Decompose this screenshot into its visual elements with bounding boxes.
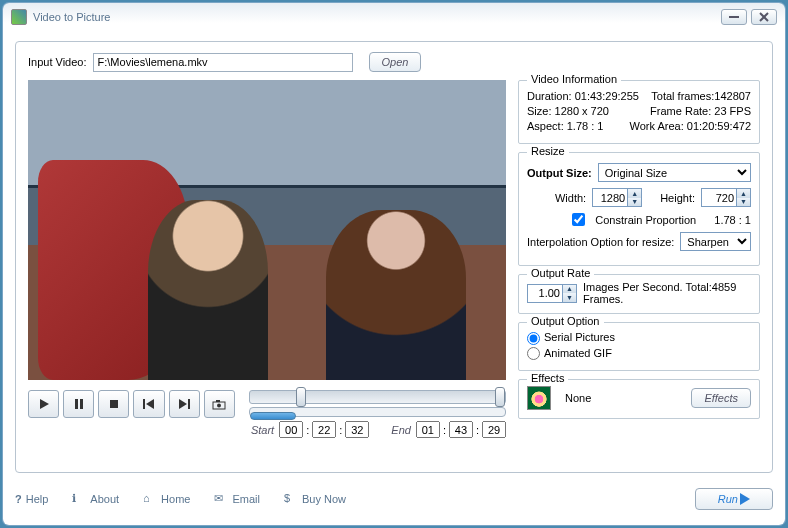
- snapshot-button[interactable]: [204, 390, 235, 418]
- titlebar: Video to Picture: [3, 3, 785, 31]
- output-size-label: Output Size:: [527, 167, 592, 179]
- interp-label: Interpolation Option for resize:: [527, 236, 674, 248]
- range-start-thumb[interactable]: [296, 387, 306, 407]
- prev-button[interactable]: [133, 390, 164, 418]
- output-option-group: Output Option Serial Pictures Animated G…: [518, 322, 760, 371]
- svg-rect-0: [729, 16, 739, 18]
- position-slider[interactable]: [249, 390, 506, 404]
- info-icon: ℹ: [72, 492, 86, 506]
- output-size-select[interactable]: Original Size: [598, 163, 751, 182]
- start-h[interactable]: [279, 421, 303, 438]
- svg-marker-14: [740, 493, 750, 505]
- output-option-legend: Output Option: [527, 315, 604, 327]
- effects-button[interactable]: Effects: [691, 388, 751, 408]
- end-m[interactable]: [449, 421, 473, 438]
- resize-legend: Resize: [527, 145, 569, 157]
- effect-name: None: [565, 392, 591, 404]
- progress-bar: [250, 412, 296, 420]
- effects-legend: Effects: [527, 372, 568, 384]
- rate-spinner[interactable]: ▲▼: [527, 284, 577, 303]
- app-window: Video to Picture Input Video: Open: [3, 3, 785, 525]
- end-h[interactable]: [416, 421, 440, 438]
- open-button[interactable]: Open: [369, 52, 422, 72]
- footer-bar: ?Help ℹAbout ⌂Home ✉Email $Buy Now Run: [15, 481, 773, 517]
- start-m[interactable]: [312, 421, 336, 438]
- serial-radio[interactable]: [527, 332, 540, 345]
- output-rate-group: Output Rate ▲▼ Images Per Second. Total:…: [518, 274, 760, 314]
- pause-button[interactable]: [63, 390, 94, 418]
- video-preview: [28, 80, 506, 380]
- minimize-button[interactable]: [721, 9, 747, 25]
- svg-point-13: [217, 403, 221, 407]
- range-end-thumb[interactable]: [495, 387, 505, 407]
- input-video-label: Input Video:: [28, 56, 87, 68]
- resize-group: Resize Output Size: Original Size Width:…: [518, 152, 760, 266]
- home-link[interactable]: ⌂Home: [143, 492, 190, 506]
- email-link[interactable]: ✉Email: [214, 492, 260, 506]
- stop-button[interactable]: [98, 390, 129, 418]
- end-label: End: [389, 424, 413, 436]
- video-info-group: Video Information Duration: 01:43:29:255…: [518, 80, 760, 144]
- svg-rect-7: [143, 399, 145, 409]
- input-video-field[interactable]: [93, 53, 353, 72]
- window-title: Video to Picture: [33, 11, 110, 23]
- start-s[interactable]: [345, 421, 369, 438]
- svg-rect-4: [75, 399, 78, 409]
- content-panel: Input Video: Open: [15, 41, 773, 473]
- buy-link[interactable]: $Buy Now: [284, 492, 346, 506]
- svg-rect-5: [80, 399, 83, 409]
- home-icon: ⌂: [143, 492, 157, 506]
- help-link[interactable]: ?Help: [15, 493, 48, 505]
- constrain-checkbox[interactable]: [572, 213, 585, 226]
- height-spinner[interactable]: ▲▼: [701, 188, 751, 207]
- svg-marker-3: [40, 399, 49, 409]
- interp-select[interactable]: Sharpen: [680, 232, 751, 251]
- output-rate-legend: Output Rate: [527, 267, 594, 279]
- end-s[interactable]: [482, 421, 506, 438]
- run-button[interactable]: Run: [695, 488, 773, 510]
- effect-preview-icon: [527, 386, 551, 410]
- mail-icon: ✉: [214, 492, 228, 506]
- start-label: Start: [249, 424, 276, 436]
- svg-marker-9: [179, 399, 187, 409]
- svg-marker-8: [146, 399, 154, 409]
- cart-icon: $: [284, 492, 298, 506]
- svg-rect-10: [188, 399, 190, 409]
- play-button[interactable]: [28, 390, 59, 418]
- close-button[interactable]: [751, 9, 777, 25]
- width-spinner[interactable]: ▲▼: [592, 188, 642, 207]
- svg-rect-12: [216, 400, 220, 402]
- gif-radio[interactable]: [527, 347, 540, 360]
- svg-rect-6: [110, 400, 118, 408]
- next-button[interactable]: [169, 390, 200, 418]
- about-link[interactable]: ℹAbout: [72, 492, 119, 506]
- effects-group: Effects None Effects: [518, 379, 760, 419]
- app-icon: [11, 9, 27, 25]
- video-info-legend: Video Information: [527, 73, 621, 85]
